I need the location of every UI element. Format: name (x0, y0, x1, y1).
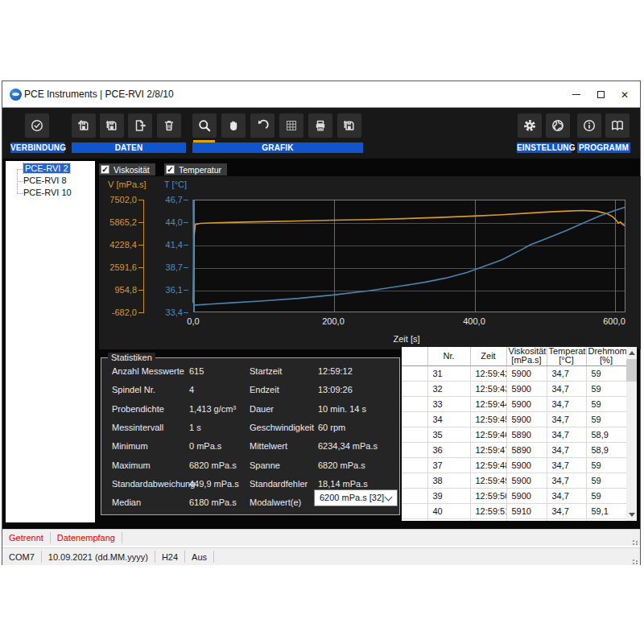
temperature-tick-label: 41,4 (155, 240, 183, 250)
row-selector-header (402, 347, 427, 365)
table-cell: 5900 (506, 411, 547, 427)
tree-item-pce-rvi-8[interactable]: PCE-RVI 8 (23, 175, 67, 185)
reset-view-button[interactable] (250, 114, 275, 138)
table-cell: 34,7 (547, 473, 586, 488)
scrollbar-thumb[interactable] (626, 359, 637, 382)
table-row[interactable]: 3112:59:42590034,759 (402, 365, 626, 381)
pan-hand-icon (226, 118, 241, 133)
plot-area[interactable] (193, 200, 625, 312)
column-header[interactable]: Temperatur[°C] (547, 347, 586, 365)
toolbar-group-label-einstellung: EINSTELLUNG (517, 142, 572, 153)
stat-value: 12:59:12 (318, 366, 353, 376)
close-button[interactable]: ✕ (613, 81, 637, 108)
export-file-button[interactable] (128, 114, 152, 138)
table-row[interactable]: 3212:59:43590034,759 (402, 381, 626, 396)
info-button[interactable] (577, 114, 601, 138)
print-button[interactable] (308, 114, 332, 138)
row-selector-cell[interactable] (402, 457, 427, 473)
table-cell: 5910 (506, 518, 547, 521)
modal-value-dropdown[interactable]: 6200 mPa.s [32] (314, 489, 398, 506)
gear-icon (522, 118, 537, 133)
row-selector-cell[interactable] (402, 518, 427, 521)
load-file-button[interactable] (100, 114, 124, 138)
import-file-button[interactable] (72, 114, 96, 138)
scroll-down-button[interactable] (626, 509, 637, 521)
viscosity-checkbox[interactable]: ✓ Viskosität (99, 163, 155, 175)
table-row[interactable]: 3912:59:50590034,759 (402, 488, 626, 503)
table-cell: 12:59:51 (470, 503, 506, 518)
row-selector-cell[interactable] (402, 442, 427, 457)
row-selector-cell[interactable] (402, 427, 427, 442)
grid-button[interactable] (279, 114, 303, 138)
window-controls: ✕ (564, 81, 637, 108)
stat-value: 18,14 mPa.s (318, 479, 368, 489)
table-row[interactable]: 3512:59:46589034,758,9 (402, 427, 626, 442)
status-item: H24 (155, 551, 185, 563)
stat-label: Spindel Nr. (112, 385, 155, 394)
column-header[interactable]: Zeit (470, 347, 506, 365)
stat-value: 13:09:26 (318, 385, 353, 394)
status-item: Getrennt (2, 532, 51, 543)
table-cell: 59,1 (586, 518, 626, 521)
delete-icon (162, 118, 176, 133)
table-cell: 33 (427, 396, 470, 411)
globe-icon (551, 118, 565, 133)
resize-grip-icon (636, 560, 638, 562)
row-selector-cell[interactable] (402, 365, 427, 381)
table-cell: 59,1 (586, 503, 626, 518)
table-cell: 5900 (506, 365, 547, 381)
row-selector-cell[interactable] (402, 473, 427, 488)
table-cell: 36 (427, 442, 470, 457)
temperature-checkbox[interactable]: ✓ Temperatur (164, 163, 227, 175)
table-cell: 34,7 (547, 381, 586, 396)
globe-button[interactable] (546, 114, 570, 138)
tree-item-pce-rvi-10[interactable]: PCE-RVI 10 (23, 188, 72, 197)
stat-label: Probendichte (112, 404, 164, 414)
table-row[interactable]: 3812:59:49590034,759 (402, 473, 626, 488)
device-tree: PCE-RVI 2PCE-RVI 8PCE-RVI 10 (6, 161, 95, 522)
maximize-button[interactable] (588, 81, 613, 108)
temperature-axis-line (193, 200, 195, 312)
table-cell: 59 (586, 488, 626, 503)
status-item: Datenempfang (51, 532, 122, 543)
stat-value: 10 min. 14 s (318, 404, 366, 414)
scroll-up-button[interactable] (626, 347, 637, 359)
row-selector-cell[interactable] (402, 396, 427, 411)
table-cell: 34,7 (547, 411, 586, 427)
column-header[interactable]: Viskosität[mPa.s] (506, 347, 547, 365)
table-row[interactable]: 3412:59:45590034,759 (402, 411, 626, 427)
column-header[interactable]: Drehmoment[%] (586, 347, 626, 365)
table-row[interactable]: 3312:59:44590034,759 (402, 396, 626, 411)
statistics-panel-title: Statistiken (108, 353, 155, 362)
table-cell: 59 (586, 396, 626, 411)
table-row[interactable]: 4112:59:52591034,759,1 (402, 518, 626, 521)
minimize-button[interactable] (564, 81, 588, 108)
table-cell: 32 (427, 381, 470, 396)
row-selector-cell[interactable] (402, 381, 427, 396)
stat-label: Minimum (112, 441, 148, 451)
table-row[interactable]: 3612:59:47589034,758,9 (402, 442, 626, 457)
stat-value: 60 rpm (318, 423, 345, 432)
table-cell: 35 (427, 427, 470, 442)
gear-button[interactable] (518, 114, 542, 138)
manual-book-button[interactable] (605, 114, 630, 138)
row-selector-cell[interactable] (402, 411, 427, 427)
pan-hand-button[interactable] (221, 114, 246, 138)
table-row[interactable]: 3712:59:48590034,759 (402, 457, 626, 473)
row-selector-cell[interactable] (402, 488, 427, 503)
zoom-button[interactable] (192, 114, 217, 138)
save-graphic-button[interactable] (337, 114, 361, 138)
table-scrollbar[interactable] (626, 347, 637, 521)
connect-check-button[interactable] (25, 114, 49, 138)
temperature-checkbox-label: Temperatur (179, 165, 221, 175)
viscosity-axis-title: V [mPa.s] (108, 180, 147, 189)
temperature-tick-label: 44,0 (155, 217, 183, 227)
manual-book-icon (610, 118, 625, 133)
row-selector-cell[interactable] (402, 503, 427, 518)
table-row[interactable]: 4012:59:51591034,759,1 (402, 503, 626, 518)
column-header[interactable]: Nr. (427, 347, 470, 365)
x-tick-label: 400,0 (454, 316, 494, 326)
table-cell: 5900 (506, 396, 547, 411)
tree-item-pce-rvi-2[interactable]: PCE-RVI 2 (23, 163, 70, 173)
delete-button[interactable] (157, 114, 181, 138)
